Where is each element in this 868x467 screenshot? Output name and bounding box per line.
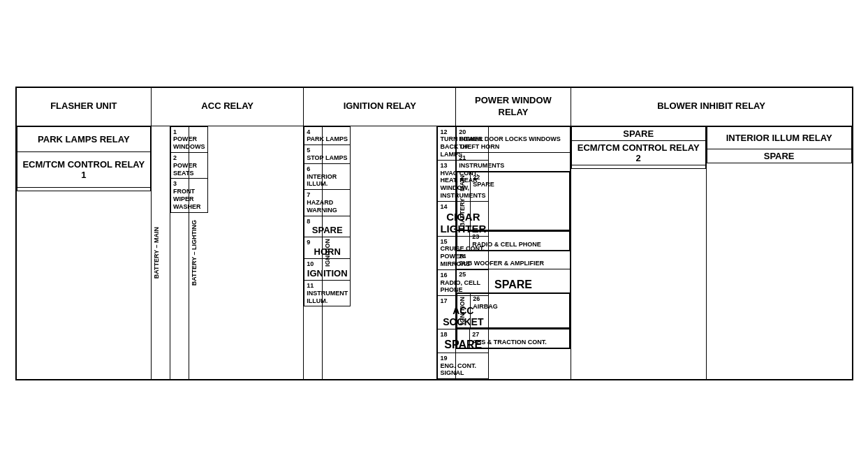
col5-spare-label: SPARE	[707, 149, 851, 163]
ecm-tcm1-label: ECM/TCM CONTROL RELAY 1	[17, 151, 151, 187]
fuse-24: 24 SUB WOOFER & AMPLIFIER	[457, 251, 570, 269]
battery-lighting-label: BATTERY – LIGHTING	[189, 217, 202, 288]
ecm-tcm2-label: ECM/TCM CONTROL RELAY 2	[571, 140, 705, 165]
fuse-26: 26 AIRBAG	[471, 293, 569, 327]
header-acc: ACC RELAY	[152, 87, 304, 126]
header-power-window: POWER WINDOW RELAY	[456, 87, 571, 126]
header-ignition: IGNITION RELAY	[304, 87, 456, 126]
fuse-box-table: FLASHER UNIT ACC RELAY IGNITION RELAY PO…	[15, 87, 853, 380]
fuse-21: 21 INSTRUMENTS	[457, 153, 570, 172]
col4-empty	[571, 165, 705, 168]
ignition-label: IGNITION	[323, 236, 335, 269]
battery-main2-label: BATTERY – MAIN	[457, 172, 470, 230]
ignition2-label: IGNITION	[457, 294, 470, 327]
fuse-20: 20 POWER DOOR LOCKS WINDOWS THEFT HORN	[457, 126, 570, 152]
col1-empty	[17, 187, 151, 191]
spare-label: SPARE	[571, 126, 705, 140]
fuse-22: 22 SPARE	[471, 172, 569, 230]
header-flasher: FLASHER UNIT	[16, 87, 152, 126]
park-lamps-relay-label: PARK LAMPS RELAY	[17, 126, 151, 151]
header-blower: BLOWER INHIBIT RELAY	[571, 87, 852, 126]
fuse-27: 27 ABS & TRACTION CONT.	[470, 329, 569, 348]
battery-main-label: BATTERY – MAIN	[152, 224, 164, 281]
interior-illum-relay-label: INTERIOR ILLUM RELAY	[707, 126, 851, 149]
